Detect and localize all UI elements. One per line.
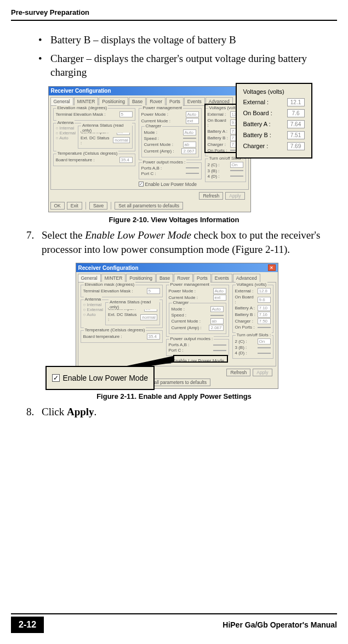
slot-select[interactable]: On [230,162,243,168]
zoom-label: On Board : [243,110,272,116]
zoom-value: 7.64 [287,120,305,128]
tab-advanced[interactable]: Advanced [233,274,260,282]
ext-dc-value: normal [140,314,157,320]
group-label: Power management [169,282,211,287]
ext-dc-label: Ext. DC Status : [108,312,139,322]
tab-positioning[interactable]: Positioning [99,97,128,105]
volt-label: Battery A : [208,129,227,134]
tab-events[interactable]: Events [184,97,205,105]
volt-value: 7.16 [258,312,271,318]
zoom-value: 12.1 [287,98,305,106]
figure-caption: Figure 2-11. Enable and Apply Power Sett… [96,392,252,400]
group-label: Elevation mask (degrees) [56,105,109,110]
ports-ab-label: Ports A,B : [141,166,162,171]
tab-positioning[interactable]: Positioning [126,274,156,282]
group-label: Temperature (Celsius degrees) [84,327,146,332]
current-mode2-value: ab [183,142,196,148]
port-c-label: Port C : [141,171,156,176]
group-label: Power output modes : [142,160,187,165]
charger-mode-select[interactable]: Auto [210,306,224,312]
defaults-button[interactable]: Set all parameters to defaults [115,202,183,210]
page-footer: 2-12 HiPer Ga/Gb Operator's Manual [11,613,337,633]
tab-events[interactable]: Events [212,274,232,282]
receiver-config-dialog: Receiver Configuration × General MINTER … [48,86,251,212]
volt-label: Battery A : [235,306,255,310]
current-mode-label: Current Mode : [141,118,170,123]
slot-label: 4 (D) : [235,351,247,355]
apply-button[interactable]: Apply [225,192,244,200]
enable-lpm-checkbox[interactable]: ✓ Enable Low Power Mode [166,358,229,364]
bullet-text: Battery B – displays the voltage of batt… [50,33,332,47]
radio-external[interactable]: ○ External [56,131,76,135]
power-mode-select[interactable]: Auto [213,288,226,294]
bullet-text: Charger – displays the charger's output … [50,52,332,80]
power-mode-select[interactable]: Auto [186,111,199,117]
ports-ab-select[interactable] [186,167,199,168]
exit-button[interactable]: Exit [67,202,82,210]
slot-label: 4 (D) : [208,174,220,179]
current-mode-label: Current Mode : [169,295,198,300]
refresh-button[interactable]: Refresh [226,369,250,376]
port-c-select[interactable] [213,350,226,351]
zoom-label: Battery A : [243,121,271,127]
slot-label: 3 (B) : [208,168,220,173]
slot-select[interactable] [258,347,271,348]
radio-auto[interactable]: ○ Auto [56,135,76,140]
checkbox-icon: ✓ [52,374,60,382]
tab-base[interactable]: Base [156,274,173,282]
tab-general[interactable]: General [78,274,101,282]
ports-ab-select[interactable] [213,344,226,346]
volt-label: On Board : [235,295,256,304]
tab-rover[interactable]: Rover [174,274,193,282]
volt-value: 7.50 [258,318,271,324]
voltages-zoom-panel: Voltages (volts) External :12.1 On Board… [236,83,312,159]
slot-select[interactable] [230,176,243,177]
tab-minter[interactable]: MINTER [74,97,99,105]
elevation-input[interactable]: 5 [147,288,160,294]
save-button[interactable]: Save [89,202,107,210]
radio-internal[interactable]: ○ Internal [56,126,76,131]
radio-external[interactable]: ○ External [83,307,103,312]
section-header: Pre-survey Preparation [11,8,337,21]
charger-mode-select[interactable]: Auto [183,129,196,135]
temperature-group: Temperature (Celsius degrees) Board temp… [81,330,163,343]
radio-auto[interactable]: ○ Auto [83,312,103,317]
board-temp-value: 35.4 [119,157,133,163]
tab-base[interactable]: Base [129,97,146,105]
tab-advanced[interactable]: Advanced [206,97,233,105]
apply-button[interactable]: Apply [253,369,272,376]
port-c-select[interactable] [186,173,199,174]
checkbox-icon: ✓ [139,182,144,187]
figure-caption: Figure 2-10. View Voltages Information [109,216,239,224]
voltages-group: Voltages (volts) External :12.8 On Board… [232,285,273,333]
slot-label: 2 (C) : [208,162,220,167]
volt-label: Charger : [208,142,226,147]
page-number: 2-12 [11,617,44,633]
step-number: 8. [26,405,42,419]
slot-select[interactable] [230,170,243,171]
temperature-group: Temperature (Celsius degrees) Board temp… [53,154,135,166]
radio-internal[interactable]: ○ Internal [83,302,103,307]
tab-minter[interactable]: MINTER [101,274,126,282]
volt-label: On Ports : [235,325,255,330]
antenna-group: Antenna ○ Internal ○ External ○ Auto Ant… [81,300,163,328]
tab-ports[interactable]: Ports [166,97,184,105]
group-label: Antenna [84,297,102,302]
current-amp-value: 2.067 [181,148,196,154]
elevation-input[interactable]: 5 [119,111,133,117]
dialog-titlebar: Receiver Configuration × [49,87,250,95]
volt-value: 7.10 [258,305,271,311]
tab-rover[interactable]: Rover [146,97,166,105]
current-amp-value: 2.067 [209,325,223,331]
current-amp-label: Current (Amp) : [172,325,202,330]
slot-select[interactable]: On [258,338,271,344]
manual-title: HiPer Ga/Gb Operator's Manual [223,620,337,629]
slot-select[interactable] [258,353,271,354]
tab-general[interactable]: General [50,97,73,105]
enable-lpm-checkbox[interactable]: ✓ Enable Low Power Mode [139,182,202,187]
zoom-label: External : [243,99,269,105]
refresh-button[interactable]: Refresh [199,192,223,200]
close-icon[interactable]: × [268,264,276,271]
tab-ports[interactable]: Ports [193,274,211,282]
ok-button[interactable]: OK [50,202,65,210]
